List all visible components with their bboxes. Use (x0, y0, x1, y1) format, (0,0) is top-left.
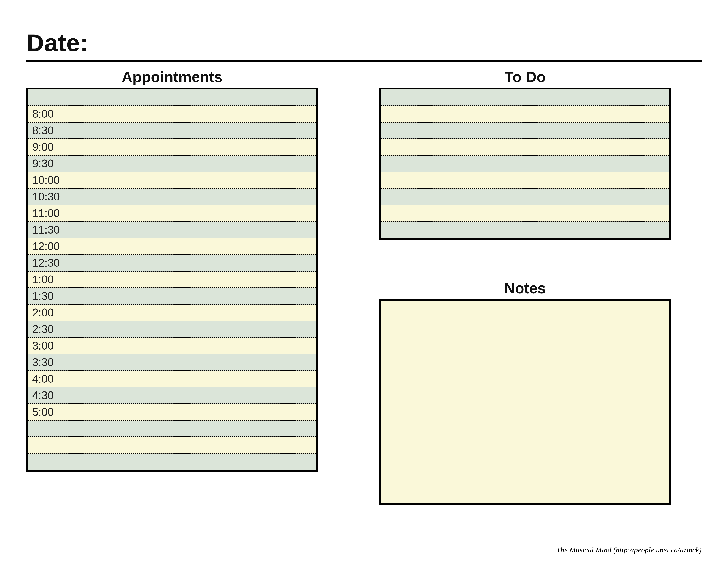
appointments-column: Appointments 8:008:309:009:3010:0010:301… (26, 68, 318, 472)
appointment-row: 1:00 (28, 271, 316, 288)
appointment-row: 11:30 (28, 222, 316, 238)
header-rule (26, 60, 702, 62)
todo-title: To Do (379, 68, 671, 85)
date-label: Date: (26, 29, 702, 59)
appointment-row: 2:00 (28, 305, 316, 321)
right-column: To Do Notes (379, 68, 671, 505)
todo-row (381, 156, 669, 172)
appointment-row: 3:30 (28, 354, 316, 371)
todo-row (381, 172, 669, 189)
notes-title: Notes (379, 279, 671, 297)
appointment-row (28, 421, 316, 437)
appointment-row: 4:00 (28, 371, 316, 388)
planner-page: Date: Appointments 8:008:309:009:3010:00… (0, 0, 728, 563)
appointment-row: 3:00 (28, 338, 316, 354)
todo-row (381, 139, 669, 156)
appointment-row: 10:00 (28, 172, 316, 189)
todo-panel (379, 88, 671, 240)
appointment-row: 5:00 (28, 404, 316, 421)
appointment-row (28, 89, 316, 106)
appointments-title: Appointments (26, 68, 318, 85)
appointment-row: 9:30 (28, 156, 316, 172)
appointment-row: 2:30 (28, 321, 316, 338)
appointment-row: 12:00 (28, 238, 316, 255)
columns: Appointments 8:008:309:009:3010:0010:301… (26, 68, 702, 505)
appointment-row (28, 454, 316, 470)
appointment-row: 8:30 (28, 122, 316, 139)
todo-row (381, 222, 669, 238)
todo-row (381, 122, 669, 139)
appointment-row: 11:00 (28, 205, 316, 222)
appointment-row: 12:30 (28, 255, 316, 271)
appointment-row: 4:30 (28, 388, 316, 404)
appointment-row: 8:00 (28, 106, 316, 122)
notes-panel (379, 300, 671, 505)
appointment-row: 9:00 (28, 139, 316, 156)
appointment-row: 1:30 (28, 288, 316, 305)
todo-row (381, 189, 669, 205)
todo-row (381, 106, 669, 122)
todo-row (381, 205, 669, 222)
footer-credit: The Musical Mind (http://people.upei.ca/… (556, 546, 702, 554)
spacer (379, 240, 671, 279)
todo-row (381, 89, 669, 106)
appointments-panel: 8:008:309:009:3010:0010:3011:0011:3012:0… (26, 88, 318, 472)
appointment-row: 10:30 (28, 189, 316, 205)
appointment-row (28, 437, 316, 454)
